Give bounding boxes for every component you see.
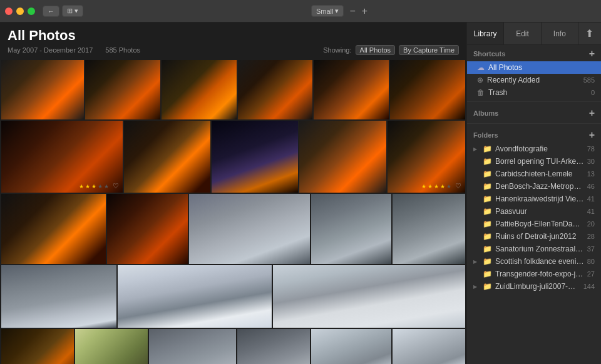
sidebar-folder-pattie[interactable]: ▶ 📁 PattieBoyd-EllenTenDamme-VIP'… 20 xyxy=(467,218,601,230)
back-button[interactable]: ← xyxy=(43,6,59,17)
folder-icon: 📁 xyxy=(483,220,492,228)
photo-cell[interactable] xyxy=(162,60,237,119)
sidebar-folder-borrel[interactable]: ▶ 📁 Borrel opening TUI-Arkefly airlin… 3… xyxy=(467,155,601,168)
size-selector-button[interactable]: Small ▾ xyxy=(311,5,344,17)
photo-cell[interactable] xyxy=(75,329,148,364)
photo-cell[interactable] xyxy=(189,194,310,264)
heart-icon[interactable]: ♡ xyxy=(113,182,119,190)
photo-cell[interactable] xyxy=(311,329,391,364)
zoom-in-button[interactable]: + xyxy=(359,6,371,17)
photo-cell[interactable] xyxy=(1,194,106,264)
folder-icon: 📁 xyxy=(483,195,492,203)
showing-label: Showing: xyxy=(323,46,351,54)
photo-cell[interactable] xyxy=(273,265,465,328)
sort-filter[interactable]: By Capture Time xyxy=(399,45,459,55)
size-dropdown-icon: ▾ xyxy=(335,7,339,15)
shortcuts-add-button[interactable]: + xyxy=(589,49,595,59)
sidebar-folder-avondfotografie[interactable]: ▶ 📁 Avondfotografie 78 xyxy=(467,143,601,155)
photo-cell[interactable] xyxy=(1,265,116,328)
star-empty-icon: ★ xyxy=(104,183,109,190)
photo-cell[interactable] xyxy=(314,60,389,119)
shortcuts-label: Shortcuts xyxy=(473,50,505,58)
sidebar-folder-denbosch[interactable]: ▶ 📁 DenBosch-Jazz-Metropole-John… 46 xyxy=(467,180,601,193)
folder-count: 27 xyxy=(587,270,595,278)
photo-cell[interactable] xyxy=(238,60,313,119)
chevron-right-icon: ▶ xyxy=(473,259,480,265)
folder-icon: 📁 xyxy=(483,270,492,278)
folders-section-header: Folders + xyxy=(467,126,601,143)
sidebar-tabs: Library Edit Info ⬆ xyxy=(467,23,601,45)
shortcuts-section-header: Shortcuts + xyxy=(467,45,601,61)
sidebar-item-recently-added[interactable]: ⊕ Recently Added 585 xyxy=(467,74,601,86)
photo-cell[interactable] xyxy=(393,194,465,264)
tab-library[interactable]: Library xyxy=(467,23,504,44)
view-dropdown-icon: ▾ xyxy=(74,7,78,15)
photo-cell[interactable] xyxy=(107,194,188,264)
folder-icon: 📁 xyxy=(483,257,492,266)
zoom-out-button[interactable]: − xyxy=(346,6,358,17)
folder-label: ZuidLimburg-juli2007-Shutter… xyxy=(495,282,580,291)
sidebar-item-trash[interactable]: 🗑 Trash 0 xyxy=(467,86,601,99)
page-title: All Photos xyxy=(8,28,459,44)
folder-icon: 📁 xyxy=(483,207,492,216)
sidebar-folder-carbid[interactable]: ▶ 📁 Carbidschieten-Lemele 13 xyxy=(467,168,601,180)
share-icon: ⬆ xyxy=(585,28,593,39)
folders-label: Folders xyxy=(473,131,498,139)
photo-cell[interactable]: ★ ★ ★ ★ ★ ♡ xyxy=(388,121,465,193)
titlebar: ← ⊞ ▾ Small ▾ − + xyxy=(0,0,601,23)
photo-meta: May 2007 - December 2017 585 Photos Show… xyxy=(8,45,459,55)
photo-cell[interactable] xyxy=(390,60,465,119)
folder-label: Scottish folkdance evening 15de… xyxy=(495,257,584,266)
sidebar-folder-ruins[interactable]: ▶ 📁 Ruins of Detroit-jun2012 28 xyxy=(467,230,601,243)
photo-cell[interactable] xyxy=(212,121,298,193)
photo-row xyxy=(1,265,465,328)
folder-count: 20 xyxy=(587,220,595,228)
filter-bar: Showing: All Photos By Capture Time xyxy=(323,45,459,55)
photo-cell[interactable] xyxy=(393,329,465,364)
tab-info[interactable]: Info xyxy=(542,23,578,44)
photo-cell[interactable] xyxy=(1,60,84,119)
share-button[interactable]: ⬆ xyxy=(578,23,601,44)
sidebar: Library Edit Info ⬆ Shortcuts + ☁ All Ph… xyxy=(466,23,601,364)
photo-cell[interactable] xyxy=(311,194,392,264)
divider xyxy=(467,123,601,124)
sidebar-folder-zuidlimburg[interactable]: ▶ 📁 ZuidLimburg-juli2007-Shutter… 144 xyxy=(467,280,601,293)
folder-count: 13 xyxy=(587,170,595,178)
sidebar-folder-scottish[interactable]: ▶ 📁 Scottish folkdance evening 15de… 80 xyxy=(467,255,601,268)
photo-cell[interactable] xyxy=(299,121,386,193)
maximize-button[interactable] xyxy=(28,8,35,15)
sidebar-folder-sanatorium[interactable]: ▶ 📁 Sanatorium Zonnestraal Hilversum 37 xyxy=(467,243,601,255)
photo-rating-overlay: ★ ★ ★ ★ ★ ♡ xyxy=(421,182,461,190)
photo-cell[interactable] xyxy=(1,329,74,364)
folder-label: Carbidschieten-Lemele xyxy=(495,169,584,178)
cloud-icon: ☁ xyxy=(477,63,485,72)
albums-add-button[interactable]: + xyxy=(589,108,595,118)
sidebar-folder-paasvuur[interactable]: ▶ 📁 Paasvuur 41 xyxy=(467,205,601,218)
photo-cell[interactable] xyxy=(124,121,210,193)
view-toggle-button[interactable]: ⊞ ▾ xyxy=(62,5,83,17)
folder-label: Paasvuur xyxy=(495,207,584,216)
photo-cell[interactable] xyxy=(85,60,160,119)
sidebar-content: Shortcuts + ☁ All Photos ⊕ Recently Adde… xyxy=(467,45,601,364)
sidebar-item-all-photos[interactable]: ☁ All Photos xyxy=(467,61,601,74)
folders-add-button[interactable]: + xyxy=(589,130,595,140)
star-empty-icon: ★ xyxy=(98,183,103,190)
folder-icon: 📁 xyxy=(483,182,492,191)
sidebar-folder-hanenkraai[interactable]: ▶ 📁 Hanenkraaiwedstrijd Vielsalm 20… 41 xyxy=(467,193,601,205)
photo-cell[interactable] xyxy=(237,329,310,364)
heart-icon[interactable]: ♡ xyxy=(455,182,461,190)
chevron-right-icon: ▶ xyxy=(473,284,480,290)
photo-cell[interactable] xyxy=(149,329,236,364)
tab-edit[interactable]: Edit xyxy=(504,23,541,44)
photo-cell[interactable]: ★ ★ ★ ★ ★ ♡ xyxy=(1,121,123,193)
sidebar-folder-transgender[interactable]: ▶ 📁 Transgender-foto-expo-jan2010 27 xyxy=(467,268,601,280)
folder-label: Hanenkraaiwedstrijd Vielsalm 20… xyxy=(495,195,584,203)
showing-filter[interactable]: All Photos xyxy=(356,45,396,55)
photo-cell[interactable] xyxy=(118,265,272,328)
back-icon: ← xyxy=(48,8,54,15)
folder-label: Sanatorium Zonnestraal Hilversum xyxy=(495,245,584,253)
star-icon: ★ xyxy=(440,183,445,190)
close-button[interactable] xyxy=(5,8,13,15)
minimize-button[interactable] xyxy=(16,8,24,15)
folder-label: PattieBoyd-EllenTenDamme-VIP'… xyxy=(495,220,584,228)
